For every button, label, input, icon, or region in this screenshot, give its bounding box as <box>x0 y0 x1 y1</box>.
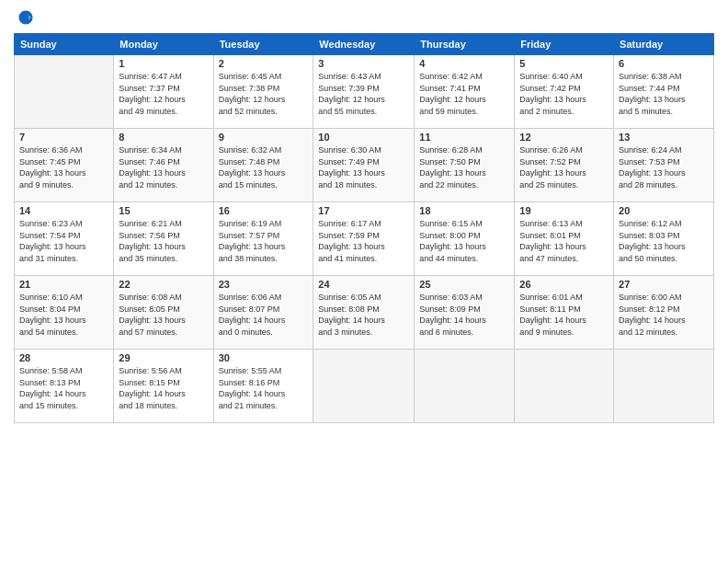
calendar-cell: 24Sunrise: 6:05 AM Sunset: 8:08 PM Dayli… <box>313 276 415 350</box>
calendar-cell: 8Sunrise: 6:34 AM Sunset: 7:46 PM Daylig… <box>114 129 213 202</box>
header-monday: Monday <box>114 34 213 55</box>
calendar-cell: 20Sunrise: 6:12 AM Sunset: 8:03 PM Dayli… <box>614 202 714 276</box>
day-detail: Sunrise: 6:06 AM Sunset: 8:07 PM Dayligh… <box>219 292 309 338</box>
day-number: 30 <box>219 352 309 363</box>
page-header <box>14 9 714 26</box>
day-detail: Sunrise: 6:21 AM Sunset: 7:56 PM Dayligh… <box>119 218 208 264</box>
calendar-cell <box>15 55 114 129</box>
day-detail: Sunrise: 6:43 AM Sunset: 7:39 PM Dayligh… <box>318 71 409 117</box>
calendar-cell: 9Sunrise: 6:32 AM Sunset: 7:48 PM Daylig… <box>213 129 313 202</box>
day-number: 11 <box>419 132 509 143</box>
day-detail: Sunrise: 6:12 AM Sunset: 8:03 PM Dayligh… <box>619 218 709 264</box>
calendar-cell: 18Sunrise: 6:15 AM Sunset: 8:00 PM Dayli… <box>415 202 515 276</box>
day-number: 5 <box>519 58 609 69</box>
logo <box>14 9 34 26</box>
calendar-header-row: SundayMondayTuesdayWednesdayThursdayFrid… <box>15 34 714 55</box>
day-number: 7 <box>19 132 108 143</box>
header-thursday: Thursday <box>415 34 515 55</box>
day-detail: Sunrise: 6:40 AM Sunset: 7:42 PM Dayligh… <box>519 71 609 117</box>
day-number: 13 <box>619 132 709 143</box>
day-detail: Sunrise: 6:34 AM Sunset: 7:46 PM Dayligh… <box>119 144 208 190</box>
calendar-cell: 14Sunrise: 6:23 AM Sunset: 7:54 PM Dayli… <box>15 202 114 276</box>
day-number: 21 <box>19 279 108 290</box>
day-number: 28 <box>19 352 108 363</box>
calendar-cell: 27Sunrise: 6:00 AM Sunset: 8:12 PM Dayli… <box>614 276 714 350</box>
day-number: 9 <box>219 132 309 143</box>
header-wednesday: Wednesday <box>313 34 415 55</box>
day-detail: Sunrise: 5:56 AM Sunset: 8:15 PM Dayligh… <box>119 365 208 411</box>
calendar-cell: 3Sunrise: 6:43 AM Sunset: 7:39 PM Daylig… <box>313 55 415 129</box>
day-detail: Sunrise: 6:26 AM Sunset: 7:52 PM Dayligh… <box>519 144 609 190</box>
day-detail: Sunrise: 6:38 AM Sunset: 7:44 PM Dayligh… <box>619 71 709 117</box>
day-detail: Sunrise: 6:05 AM Sunset: 8:08 PM Dayligh… <box>318 292 409 338</box>
day-detail: Sunrise: 6:10 AM Sunset: 8:04 PM Dayligh… <box>19 292 108 338</box>
day-detail: Sunrise: 6:42 AM Sunset: 7:41 PM Dayligh… <box>419 71 509 117</box>
day-number: 16 <box>219 205 309 216</box>
calendar-week-row: 14Sunrise: 6:23 AM Sunset: 7:54 PM Dayli… <box>15 202 714 276</box>
day-detail: Sunrise: 6:45 AM Sunset: 7:38 PM Dayligh… <box>219 71 309 117</box>
day-number: 18 <box>419 205 509 216</box>
day-detail: Sunrise: 6:28 AM Sunset: 7:50 PM Dayligh… <box>419 144 509 190</box>
day-number: 4 <box>419 58 509 69</box>
day-number: 3 <box>318 58 409 69</box>
day-number: 20 <box>619 205 709 216</box>
day-detail: Sunrise: 6:13 AM Sunset: 8:01 PM Dayligh… <box>519 218 609 264</box>
day-number: 26 <box>519 279 609 290</box>
day-detail: Sunrise: 6:19 AM Sunset: 7:57 PM Dayligh… <box>219 218 309 264</box>
calendar-cell: 28Sunrise: 5:58 AM Sunset: 8:13 PM Dayli… <box>15 350 114 423</box>
day-detail: Sunrise: 5:58 AM Sunset: 8:13 PM Dayligh… <box>19 365 108 411</box>
day-number: 22 <box>119 279 208 290</box>
calendar-cell: 2Sunrise: 6:45 AM Sunset: 7:38 PM Daylig… <box>213 55 313 129</box>
calendar-cell: 6Sunrise: 6:38 AM Sunset: 7:44 PM Daylig… <box>614 55 714 129</box>
day-number: 6 <box>619 58 709 69</box>
day-detail: Sunrise: 6:01 AM Sunset: 8:11 PM Dayligh… <box>519 292 609 338</box>
day-detail: Sunrise: 6:30 AM Sunset: 7:49 PM Dayligh… <box>318 144 409 190</box>
day-number: 2 <box>219 58 309 69</box>
logo-icon <box>17 9 34 26</box>
calendar-cell: 13Sunrise: 6:24 AM Sunset: 7:53 PM Dayli… <box>614 129 714 202</box>
calendar-cell: 15Sunrise: 6:21 AM Sunset: 7:56 PM Dayli… <box>114 202 213 276</box>
calendar-cell: 19Sunrise: 6:13 AM Sunset: 8:01 PM Dayli… <box>515 202 614 276</box>
day-number: 23 <box>219 279 309 290</box>
header-friday: Friday <box>515 34 614 55</box>
day-number: 14 <box>19 205 108 216</box>
calendar-cell: 26Sunrise: 6:01 AM Sunset: 8:11 PM Dayli… <box>515 276 614 350</box>
calendar-cell: 30Sunrise: 5:55 AM Sunset: 8:16 PM Dayli… <box>213 350 313 423</box>
day-number: 27 <box>619 279 709 290</box>
calendar-cell: 11Sunrise: 6:28 AM Sunset: 7:50 PM Dayli… <box>415 129 515 202</box>
day-number: 24 <box>318 279 409 290</box>
day-number: 25 <box>419 279 509 290</box>
day-number: 15 <box>119 205 208 216</box>
calendar-cell: 23Sunrise: 6:06 AM Sunset: 8:07 PM Dayli… <box>213 276 313 350</box>
day-detail: Sunrise: 6:36 AM Sunset: 7:45 PM Dayligh… <box>19 144 108 190</box>
calendar-cell <box>415 350 515 423</box>
calendar-week-row: 1Sunrise: 6:47 AM Sunset: 7:37 PM Daylig… <box>15 55 714 129</box>
calendar-cell: 29Sunrise: 5:56 AM Sunset: 8:15 PM Dayli… <box>114 350 213 423</box>
day-number: 17 <box>318 205 409 216</box>
header-tuesday: Tuesday <box>213 34 313 55</box>
calendar-cell: 22Sunrise: 6:08 AM Sunset: 8:05 PM Dayli… <box>114 276 213 350</box>
calendar-cell <box>313 350 415 423</box>
calendar-cell: 17Sunrise: 6:17 AM Sunset: 7:59 PM Dayli… <box>313 202 415 276</box>
calendar-week-row: 21Sunrise: 6:10 AM Sunset: 8:04 PM Dayli… <box>15 276 714 350</box>
day-detail: Sunrise: 6:08 AM Sunset: 8:05 PM Dayligh… <box>119 292 208 338</box>
day-detail: Sunrise: 6:47 AM Sunset: 7:37 PM Dayligh… <box>119 71 208 117</box>
day-detail: Sunrise: 6:32 AM Sunset: 7:48 PM Dayligh… <box>219 144 309 190</box>
calendar-table: SundayMondayTuesdayWednesdayThursdayFrid… <box>14 33 714 423</box>
header-saturday: Saturday <box>614 34 714 55</box>
day-detail: Sunrise: 6:15 AM Sunset: 8:00 PM Dayligh… <box>419 218 509 264</box>
day-detail: Sunrise: 6:17 AM Sunset: 7:59 PM Dayligh… <box>318 218 409 264</box>
day-number: 10 <box>318 132 409 143</box>
header-sunday: Sunday <box>15 34 114 55</box>
calendar-cell: 21Sunrise: 6:10 AM Sunset: 8:04 PM Dayli… <box>15 276 114 350</box>
calendar-cell: 7Sunrise: 6:36 AM Sunset: 7:45 PM Daylig… <box>15 129 114 202</box>
calendar-cell: 12Sunrise: 6:26 AM Sunset: 7:52 PM Dayli… <box>515 129 614 202</box>
calendar-cell: 5Sunrise: 6:40 AM Sunset: 7:42 PM Daylig… <box>515 55 614 129</box>
day-number: 19 <box>519 205 609 216</box>
calendar-cell: 1Sunrise: 6:47 AM Sunset: 7:37 PM Daylig… <box>114 55 213 129</box>
calendar-cell: 4Sunrise: 6:42 AM Sunset: 7:41 PM Daylig… <box>415 55 515 129</box>
day-detail: Sunrise: 6:00 AM Sunset: 8:12 PM Dayligh… <box>619 292 709 338</box>
calendar-cell: 16Sunrise: 6:19 AM Sunset: 7:57 PM Dayli… <box>213 202 313 276</box>
calendar-cell: 25Sunrise: 6:03 AM Sunset: 8:09 PM Dayli… <box>415 276 515 350</box>
day-detail: Sunrise: 6:23 AM Sunset: 7:54 PM Dayligh… <box>19 218 108 264</box>
